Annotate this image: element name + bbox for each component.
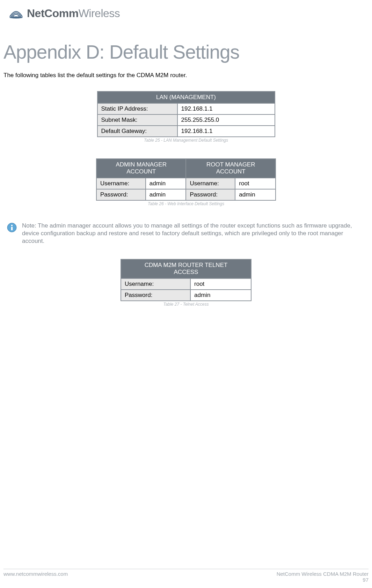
note-block: Note: The admin manager account allows y…	[7, 222, 369, 245]
accounts-table: ADMIN MANAGER ACCOUNT ROOT MANAGER ACCOU…	[96, 158, 276, 201]
page-footer: www.netcommwireless.com NetComm Wireless…	[3, 569, 369, 583]
table-row: Username: admin Username: root	[96, 178, 276, 189]
netcomm-logo-icon	[9, 8, 23, 19]
table-row: Password: admin Password: admin	[96, 189, 276, 200]
lan-table: LAN (MANAGEMENT) Static IP Address: 192.…	[97, 91, 275, 137]
brand-light: Wireless	[79, 7, 120, 20]
brand-bold: NetComm	[27, 7, 79, 20]
lan-header: LAN (MANAGEMENT)	[97, 91, 275, 103]
table-row: Password: admin	[121, 290, 251, 301]
info-icon	[7, 223, 17, 234]
footer-url: www.netcommwireless.com	[3, 571, 68, 577]
acct-value: admin	[146, 178, 186, 189]
lan-value: 192.168.1.1	[177, 126, 275, 137]
lan-caption: Table 25 - LAN Management Default Settin…	[3, 138, 369, 143]
footer-product: NetComm Wireless CDMA M2M Router	[277, 571, 369, 577]
telnet-value: admin	[190, 290, 251, 301]
lan-label: Default Gateway:	[97, 126, 177, 137]
acct-label: Password:	[96, 189, 146, 200]
accounts-caption: Table 26 - Web Interface Default Setting…	[3, 201, 369, 206]
table-row: Username: root	[121, 278, 251, 290]
lan-label: Subnet Mask:	[97, 114, 177, 126]
page-title: Appendix D: Default Settings	[3, 41, 369, 63]
accounts-header-root: ROOT MANAGER ACCOUNT	[186, 159, 276, 178]
telnet-caption: Table 27 - Telnet Access	[3, 302, 369, 307]
telnet-table: CDMA M2M ROUTER TELNET ACCESS Username: …	[121, 259, 251, 301]
telnet-header: CDMA M2M ROUTER TELNET ACCESS	[121, 259, 251, 278]
table-row: Static IP Address: 192.168.1.1	[97, 103, 275, 114]
accounts-header-admin: ADMIN MANAGER ACCOUNT	[96, 159, 186, 178]
acct-value: admin	[235, 189, 276, 200]
telnet-label: Username:	[121, 278, 190, 290]
brand-text: NetCommWireless	[27, 7, 120, 20]
telnet-value: root	[190, 278, 251, 290]
svg-rect-3	[11, 227, 13, 230]
lan-value: 192.168.1.1	[177, 103, 275, 114]
acct-label: Username:	[96, 178, 146, 189]
intro-text: The following tables list the default se…	[3, 72, 369, 79]
svg-point-0	[9, 16, 23, 18]
svg-point-2	[11, 225, 13, 226]
acct-value: admin	[146, 189, 186, 200]
acct-label: Password:	[186, 189, 235, 200]
page-number: 97	[277, 577, 369, 583]
page-header: NetCommWireless	[0, 0, 372, 20]
table-row: Subnet Mask: 255.255.255.0	[97, 114, 275, 126]
acct-value: root	[235, 178, 276, 189]
table-row: Default Gateway: 192.168.1.1	[97, 126, 275, 137]
lan-value: 255.255.255.0	[177, 114, 275, 126]
lan-label: Static IP Address:	[97, 103, 177, 114]
telnet-label: Password:	[121, 290, 190, 301]
note-text: Note: The admin manager account allows y…	[22, 222, 365, 245]
acct-label: Username:	[186, 178, 235, 189]
